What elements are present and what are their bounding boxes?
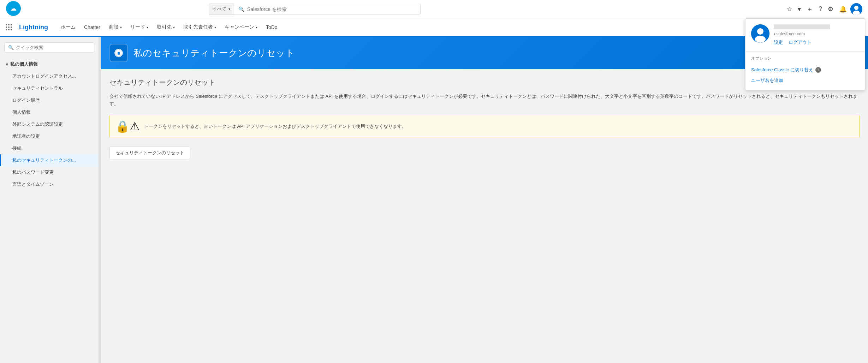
nav-chevron-icon-4: ▾ (214, 25, 216, 29)
favorites-dropdown-button[interactable]: ▾ (796, 3, 803, 15)
sidebar-group-header[interactable]: ∨ 私の個人情報 (0, 58, 99, 70)
help-button[interactable]: ? (816, 3, 824, 15)
svg-point-10 (755, 36, 766, 43)
nav-chevron-icon-3: ▾ (173, 25, 175, 29)
sidebar-item-connection[interactable]: 接続 (0, 142, 99, 154)
nav-item-contact-label: 取引先責任者 (183, 24, 213, 30)
user-dropdown-section: オプション Salesforce Classic に切り替え i ユーザ名を追加 (745, 52, 865, 90)
sidebar-item-label: アカウントログインアクセス... (12, 73, 76, 79)
nav-bar: Lightning ホーム Chatter 商談 ▾ リード ▾ 取引先 ▾ 取… (0, 18, 868, 37)
search-icon: 🔍 (238, 6, 244, 12)
sidebar-item-label: セキュリティセントラル (12, 85, 63, 91)
nav-item-shodan-label: 商談 (109, 24, 119, 30)
sidebar-item-label: 個人情報 (12, 109, 31, 115)
salesforce-logo[interactable]: ☁ (6, 1, 21, 17)
settings-link[interactable]: 設定 (774, 39, 783, 46)
sidebar: 🔍 ∨ 私の個人情報 アカウントログインアクセス... セキュリティセントラル … (0, 37, 99, 363)
warning-icon: 🔒⚠ (115, 121, 140, 132)
page-header-title: 私のセキュリティトークンのリセット (133, 47, 295, 59)
user-links: 設定 ログアウト (774, 39, 859, 46)
search-container: すべて ▾ 🔍 (209, 4, 421, 15)
nav-item-torihikisaki[interactable]: 取引先 ▾ (153, 19, 179, 36)
search-all-chevron-icon: ▾ (228, 7, 230, 11)
description-text: 会社で信頼されていない IP アドレスから Salesforce にアクセスして… (109, 93, 860, 108)
logout-link[interactable]: ログアウト (789, 39, 811, 46)
search-input[interactable] (247, 6, 416, 12)
nav-item-campaign[interactable]: キャンペーン ▾ (220, 19, 262, 36)
info-icon: i (815, 67, 821, 73)
user-avatar-large (751, 24, 769, 43)
nav-item-lead-label: リード (130, 24, 145, 30)
user-info: ▪ salesforce.com 設定 ログアウト (774, 24, 859, 46)
nav-item-chatter[interactable]: Chatter (80, 19, 105, 36)
nav-item-home[interactable]: ホーム (57, 19, 80, 36)
sidebar-item-password-change[interactable]: 私のパスワード変更 (0, 166, 99, 178)
svg-point-3 (854, 6, 858, 10)
add-username-label: ユーザ名を追加 (751, 77, 783, 84)
nav-item-contact[interactable]: 取引先責任者 ▾ (179, 19, 220, 36)
search-box: 🔍 (234, 4, 421, 14)
sidebar-item-label: ログイン履歴 (12, 97, 40, 103)
user-dropdown-header: ▪ salesforce.com 設定 ログアウト (745, 19, 865, 52)
sidebar-item-label: 私のセキュリティトークンの... (12, 157, 76, 163)
nav-item-todo[interactable]: ToDo (262, 19, 282, 36)
sidebar-group-label: 私の個人情報 (10, 61, 38, 67)
sidebar-item-security-central[interactable]: セキュリティセントラル (0, 82, 99, 94)
nav-item-torihikisaki-label: 取引先 (157, 24, 172, 30)
nav-chevron-icon: ▾ (120, 25, 122, 29)
sidebar-item-label: 私のパスワード変更 (12, 169, 54, 175)
reset-security-token-button[interactable]: セキュリティトークンのリセット (109, 147, 190, 159)
nav-item-shodan[interactable]: 商談 ▾ (105, 19, 126, 36)
options-section-title: オプション (751, 56, 859, 61)
search-all-label: すべて (213, 6, 226, 12)
user-email: ▪ salesforce.com (774, 31, 859, 36)
sidebar-item-label: 言語とタイムゾーン (12, 181, 54, 188)
nav-item-todo-label: ToDo (266, 24, 278, 30)
page-header-icon (109, 44, 128, 62)
warning-box: 🔒⚠ トークンをリセットすると、古いトークンは API アプリケーションおよびデ… (109, 115, 860, 138)
user-name-blurred (774, 24, 830, 29)
add-username-option[interactable]: ユーザ名を追加 (751, 75, 859, 86)
sidebar-item-label: 承認者の設定 (12, 133, 40, 139)
nav-item-home-label: ホーム (61, 24, 76, 30)
nav-brand-label: Lightning (16, 24, 51, 31)
setup-button[interactable]: ⚙ (826, 3, 836, 15)
user-dropdown: ▪ salesforce.com 設定 ログアウト オプション Salesfor… (745, 18, 865, 90)
sidebar-item-account-login[interactable]: アカウントログインアクセス... (0, 70, 99, 82)
apps-launcher-button[interactable] (3, 24, 16, 30)
nav-items: ホーム Chatter 商談 ▾ リード ▾ 取引先 ▾ 取引先責任者 ▾ キャ… (57, 18, 852, 36)
svg-point-9 (757, 28, 763, 35)
new-item-button[interactable]: ＋ (804, 3, 815, 16)
main-layout: 🔍 ∨ 私の個人情報 アカウントログインアクセス... セキュリティセントラル … (0, 37, 868, 363)
sidebar-search-icon: 🔍 (8, 45, 14, 50)
sidebar-item-language-timezone[interactable]: 言語とタイムゾーン (0, 178, 99, 190)
svg-point-7 (118, 50, 120, 52)
nav-item-lead[interactable]: リード ▾ (126, 19, 153, 36)
nav-chevron-icon-2: ▾ (147, 25, 148, 29)
sidebar-item-approver[interactable]: 承認者の設定 (0, 130, 99, 142)
sidebar-item-label: 外部システムの認証設定 (12, 121, 63, 127)
warning-text: トークンをリセットすると、古いトークンは API アプリケーションおよびデスクト… (144, 121, 406, 130)
sidebar-item-external-auth[interactable]: 外部システムの認証設定 (0, 118, 99, 130)
nav-chevron-icon-5: ▾ (256, 25, 257, 29)
apps-grid-icon (6, 24, 12, 30)
user-email-text: salesforce.com (777, 31, 805, 36)
user-avatar-button[interactable] (850, 3, 862, 15)
sidebar-search-box: 🔍 (4, 42, 94, 53)
sidebar-search-input[interactable] (16, 45, 90, 50)
sidebar-section: ∨ 私の個人情報 アカウントログインアクセス... セキュリティセントラル ログ… (0, 58, 99, 193)
notifications-button[interactable]: 🔔 (837, 3, 849, 15)
switch-classic-label: Salesforce Classic に切り替え (751, 67, 813, 73)
sidebar-item-personal-info[interactable]: 個人情報 (0, 106, 99, 118)
sidebar-item-login-history[interactable]: ログイン履歴 (0, 94, 99, 106)
top-bar: ☁ すべて ▾ 🔍 ☆ ▾ ＋ ? ⚙ 🔔 (0, 0, 868, 18)
switch-classic-option[interactable]: Salesforce Classic に切り替え i (751, 65, 859, 75)
favorites-button[interactable]: ☆ (784, 3, 794, 15)
sidebar-group-chevron-icon: ∨ (6, 63, 8, 66)
search-all-button[interactable]: すべて ▾ (209, 4, 234, 15)
sidebar-item-security-token[interactable]: 私のセキュリティトークンの... (0, 154, 99, 166)
svg-text:☁: ☁ (10, 5, 17, 12)
sidebar-item-label: 接続 (12, 145, 22, 151)
nav-item-chatter-label: Chatter (84, 24, 100, 30)
nav-item-campaign-label: キャンペーン (225, 24, 254, 30)
